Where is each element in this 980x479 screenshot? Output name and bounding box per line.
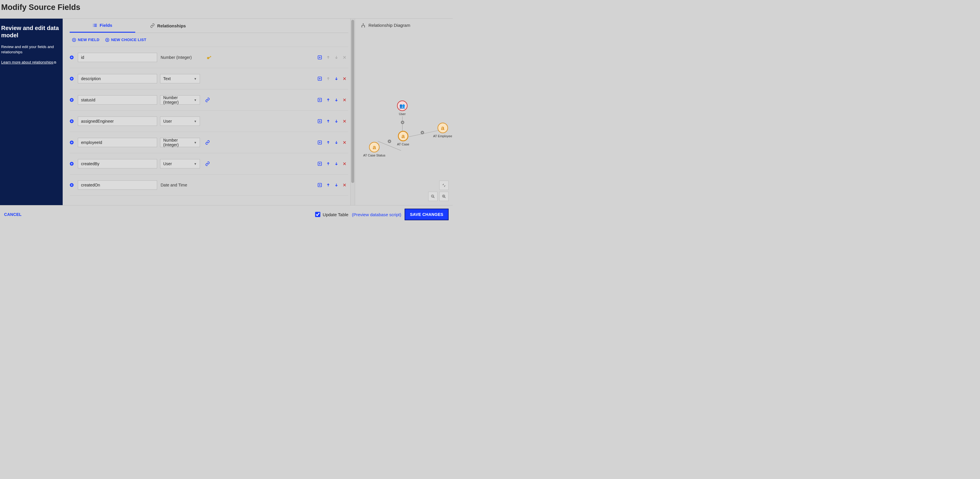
add-related-button[interactable] — [317, 55, 322, 60]
delete-field-button[interactable] — [342, 183, 347, 187]
move-up-button[interactable] — [326, 183, 330, 187]
field-row: User▼ — [70, 153, 348, 174]
diagram-node-user[interactable]: 👥 User — [397, 100, 407, 116]
preview-script-link[interactable]: (Preview database script) — [352, 212, 401, 217]
scrollbar-thumb[interactable] — [351, 20, 354, 183]
new-choice-list-button[interactable]: NEW CHOICE LIST — [105, 38, 146, 42]
move-down-button[interactable] — [334, 119, 339, 123]
cancel-button[interactable]: CANCEL — [4, 212, 22, 217]
diagram-node-case[interactable]: a AT Case — [397, 131, 409, 146]
move-down-button[interactable] — [334, 162, 339, 166]
move-down-button[interactable] — [334, 77, 339, 81]
field-name-input[interactable] — [78, 159, 157, 168]
update-table-label: Update Table — [323, 212, 348, 217]
chevron-down-icon: ▼ — [194, 98, 197, 102]
tab-fields[interactable]: Fields — [70, 19, 135, 33]
move-up-button[interactable] — [326, 98, 330, 102]
field-type-select[interactable]: Number (Integer)▼ — [160, 95, 200, 105]
chevron-down-icon: ▼ — [194, 162, 197, 165]
add-related-button[interactable] — [317, 76, 322, 81]
relationship-link-icon[interactable] — [205, 140, 210, 145]
new-choice-list-label: NEW CHOICE LIST — [111, 38, 146, 42]
insert-field-button[interactable] — [70, 162, 74, 166]
field-type-select[interactable]: User▼ — [160, 159, 200, 168]
relationship-diagram[interactable]: ⚭ ⚭ ⚭ 👥 User a AT Case a AT Case Status … — [355, 32, 453, 205]
tab-relationships[interactable]: Relationships — [135, 19, 201, 33]
svg-line-92 — [444, 197, 446, 198]
plus-circle-icon — [72, 38, 76, 42]
field-name-input[interactable] — [78, 53, 157, 62]
insert-field-button[interactable] — [70, 183, 74, 187]
svg-rect-87 — [364, 27, 365, 27]
row-actions — [317, 55, 348, 60]
insert-field-button[interactable] — [70, 77, 74, 81]
move-up-button[interactable] — [326, 140, 330, 144]
center-scroll[interactable]: Fields Relationships NEW FIELD — [63, 19, 355, 205]
list-icon — [93, 23, 97, 28]
node-label: User — [397, 112, 407, 116]
sidebar-heading: Review and edit data model — [1, 24, 60, 39]
zoom-out-button[interactable] — [428, 192, 438, 201]
center-panel: Fields Relationships NEW FIELD — [63, 19, 355, 205]
insert-field-button[interactable] — [70, 140, 74, 144]
svg-point-15 — [207, 57, 209, 59]
edge-dot-icon: ⚭ — [421, 131, 424, 134]
field-type-select[interactable]: User▼ — [160, 117, 200, 126]
move-up-button[interactable] — [326, 162, 330, 166]
delete-field-button[interactable] — [342, 119, 347, 123]
update-table-checkbox[interactable] — [315, 212, 320, 217]
node-label: AT Case Status — [363, 154, 385, 157]
delete-field-button[interactable] — [342, 77, 347, 81]
row-actions — [317, 162, 348, 166]
relationship-link-icon[interactable] — [205, 98, 210, 102]
field-type-select[interactable]: Number (Integer)▼ — [160, 138, 200, 147]
diagram-node-status[interactable]: a AT Case Status — [363, 142, 385, 157]
delete-field-button[interactable] — [342, 162, 347, 166]
diagram-node-employee[interactable]: a AT Employee — [433, 123, 452, 138]
move-down-button[interactable] — [334, 98, 339, 102]
external-link-icon: ⧉ — [54, 60, 56, 64]
field-name-input[interactable] — [78, 95, 157, 105]
insert-field-button[interactable] — [70, 119, 74, 123]
insert-field-button[interactable] — [70, 56, 74, 59]
field-type-value: User — [163, 119, 172, 124]
field-row: Date and Time — [70, 174, 348, 196]
field-name-input[interactable] — [78, 180, 157, 190]
tabs: Fields Relationships — [70, 19, 348, 33]
add-related-button[interactable] — [317, 98, 322, 102]
add-related-button[interactable] — [317, 119, 322, 124]
field-row: Number (Integer) — [70, 47, 348, 68]
field-row: Text▼ — [70, 68, 348, 89]
fit-screen-button[interactable] — [439, 181, 449, 190]
delete-field-button[interactable] — [342, 98, 347, 102]
row-actions — [317, 183, 348, 187]
move-down-button[interactable] — [334, 140, 339, 144]
move-up-button[interactable] — [326, 119, 330, 123]
add-related-button[interactable] — [317, 183, 322, 187]
new-field-button[interactable]: NEW FIELD — [72, 38, 99, 42]
sidebar-learn-more-link[interactable]: Learn more about relationships⧉ — [1, 59, 60, 65]
entity-icon: a — [372, 144, 376, 151]
relationship-link-icon[interactable] — [205, 162, 210, 166]
field-type-select[interactable]: Text▼ — [160, 74, 200, 83]
insert-field-button[interactable] — [70, 98, 74, 102]
save-changes-button[interactable]: SAVE CHANGES — [405, 209, 449, 220]
row-actions — [317, 98, 348, 102]
field-name-input[interactable] — [78, 138, 157, 147]
zoom-in-button[interactable] — [439, 192, 449, 201]
add-related-button[interactable] — [317, 162, 322, 166]
field-name-input[interactable] — [78, 74, 157, 83]
field-type-value: Number (Integer) — [163, 95, 194, 105]
tab-relationships-label: Relationships — [157, 23, 186, 28]
link-icon — [150, 23, 155, 28]
row-actions — [317, 76, 348, 81]
move-down-button[interactable] — [334, 183, 339, 187]
delete-field-button[interactable] — [342, 140, 347, 144]
sidebar: Review and edit data model Review and ed… — [0, 19, 63, 205]
move-up-button — [326, 77, 330, 81]
zoom-controls — [428, 181, 449, 201]
node-label: AT Employee — [433, 134, 452, 138]
add-related-button[interactable] — [317, 140, 322, 145]
svg-rect-85 — [363, 23, 364, 24]
field-name-input[interactable] — [78, 117, 157, 126]
